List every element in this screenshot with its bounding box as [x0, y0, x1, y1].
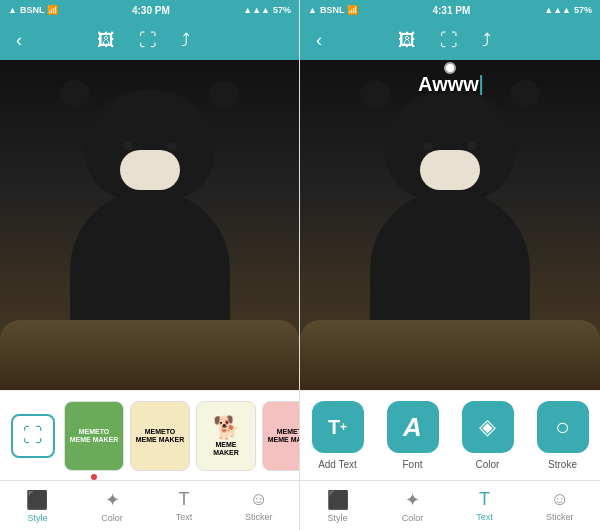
right-bottom-nav: ⬛ Style ✦ Color T Text ☺ Sticker	[300, 480, 600, 530]
right-style-icon: ⬛	[327, 489, 349, 511]
right-nav-text[interactable]: T Text	[468, 485, 501, 526]
right-time: 4:31 PM	[432, 5, 470, 16]
right-log	[300, 320, 600, 390]
left-status-bar: ▲ BSNL 📶 4:30 PM ▲▲▲ 57%	[0, 0, 299, 20]
right-bear-ear-right	[510, 80, 540, 108]
font-tool[interactable]: A Font	[387, 401, 439, 470]
sticker-tray: ⛶ MEMETOMEME MAKER MEMETOMEME MAKER 🐕 ME…	[0, 390, 299, 480]
right-color-label: Color	[402, 513, 424, 523]
action-tools: T+ Add Text A Font ◈ Color ○ Stroke	[300, 390, 600, 480]
image-icon[interactable]: 🖼	[97, 30, 115, 51]
right-color-icon: ✦	[405, 489, 420, 511]
left-toolbar: ‹ 🖼 ⛶ ⤴	[0, 20, 299, 60]
right-bear-eye-left	[467, 142, 477, 150]
style-icon: ⬛	[26, 489, 48, 511]
left-image-area	[0, 60, 299, 390]
text-cursor	[480, 75, 482, 95]
right-carrier: ▲ BSNL 📶	[308, 5, 358, 15]
toolbar-center: 🖼 ⛶ ⤴	[97, 30, 190, 51]
right-bear-ear-left	[360, 80, 390, 108]
font-label: Font	[402, 459, 422, 470]
right-sticker-label: Sticker	[546, 512, 574, 522]
bear-eye-left	[167, 142, 177, 150]
right-crop-icon[interactable]: ⛶	[440, 30, 458, 51]
right-text-icon: T	[479, 489, 490, 510]
sticker-card-pink[interactable]: MEMETOMEME MAKER	[262, 401, 299, 471]
add-text-icon[interactable]: T+	[312, 401, 364, 453]
sticker-label: Sticker	[245, 512, 273, 522]
right-battery: ▲▲▲ 57%	[544, 5, 592, 15]
right-sticker-icon: ☺	[550, 489, 568, 510]
log	[0, 320, 299, 390]
right-text-label: Text	[476, 512, 493, 522]
right-nav-sticker[interactable]: ☺ Sticker	[538, 485, 582, 526]
right-style-label: Style	[328, 513, 348, 523]
right-toolbar: ‹ 🖼 ⛶ ⤴	[300, 20, 600, 60]
left-carrier: ▲ BSNL 📶	[8, 5, 58, 15]
color-icon: ✦	[105, 489, 120, 511]
left-bottom-nav: ⬛ Style ✦ Color T Text ☺ Sticker	[0, 480, 299, 530]
left-phone-panel: ▲ BSNL 📶 4:30 PM ▲▲▲ 57% ‹ 🖼 ⛶ ⤴	[0, 0, 300, 530]
right-bear-head	[385, 90, 515, 200]
font-icon[interactable]: A	[387, 401, 439, 453]
right-back-button[interactable]: ‹	[316, 30, 322, 51]
text-icon: T	[178, 489, 189, 510]
stroke-icon[interactable]: ○	[537, 401, 589, 453]
add-text-tool[interactable]: T+ Add Text	[312, 401, 364, 470]
nav-sticker[interactable]: ☺ Sticker	[237, 485, 281, 526]
bear-muzzle	[120, 150, 180, 190]
sticker-card-beige[interactable]: MEMETOMEME MAKER	[130, 401, 190, 471]
right-nav-style[interactable]: ⬛ Style	[319, 485, 357, 527]
bear-ear-left	[60, 80, 90, 108]
left-time: 4:30 PM	[132, 5, 170, 16]
right-nav-color[interactable]: ✦ Color	[394, 485, 432, 527]
right-phone-panel: ▲ BSNL 📶 4:31 PM ▲▲▲ 57% ‹ 🖼 ⛶ ⤴	[300, 0, 600, 530]
stroke-label: Stroke	[548, 459, 577, 470]
style-label: Style	[27, 513, 47, 523]
text-label: Text	[176, 512, 193, 522]
right-bear-muzzle	[420, 150, 480, 190]
right-image-icon[interactable]: 🖼	[398, 30, 416, 51]
right-export-icon[interactable]: ⤴	[482, 30, 491, 51]
crop-icon[interactable]: ⛶	[139, 30, 157, 51]
bear-ear-right	[209, 80, 239, 108]
add-text-label: Add Text	[318, 459, 357, 470]
bear-head	[85, 90, 215, 200]
left-battery: ▲▲▲ 57%	[243, 5, 291, 15]
export-icon[interactable]: ⤴	[181, 30, 190, 51]
sticker-frame-icon[interactable]: ⛶	[11, 414, 55, 458]
right-status-bar: ▲ BSNL 📶 4:31 PM ▲▲▲ 57%	[300, 0, 600, 20]
right-bear-eye-right	[423, 142, 433, 150]
sticker-center-icon[interactable]: ⛶	[8, 414, 58, 458]
sticker-icon: ☺	[250, 489, 268, 510]
color-icon[interactable]: ◈	[462, 401, 514, 453]
nav-text[interactable]: T Text	[168, 485, 201, 526]
color-label: Color	[476, 459, 500, 470]
color-tool[interactable]: ◈ Color	[462, 401, 514, 470]
sticker-card-green[interactable]: MEMETOMEME MAKER	[64, 401, 124, 471]
right-toolbar-center: 🖼 ⛶ ⤴	[398, 30, 491, 51]
meme-text[interactable]: Awww	[418, 73, 482, 96]
bear-eye-right	[123, 142, 133, 150]
nav-color[interactable]: ✦ Color	[93, 485, 131, 527]
stroke-tool[interactable]: ○ Stroke	[537, 401, 589, 470]
right-image-area[interactable]: Awww	[300, 60, 600, 390]
back-button[interactable]: ‹	[16, 30, 22, 51]
nav-style[interactable]: ⬛ Style	[18, 485, 56, 527]
sticker-card-doge[interactable]: 🐕 MEMEMAKER	[196, 401, 256, 471]
color-label: Color	[101, 513, 123, 523]
